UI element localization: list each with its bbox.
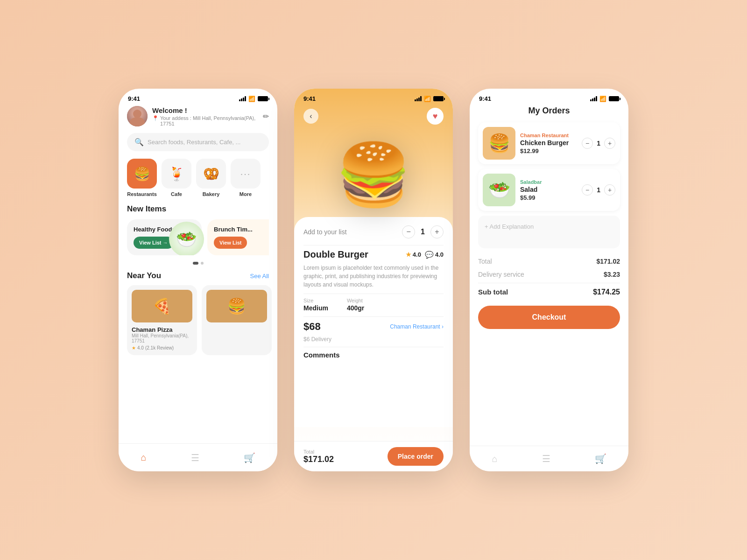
order-salad-plus-btn[interactable]: +	[604, 184, 615, 196]
right-phone-content: My Orders 🍔 Chaman Restaurant Chicken Bu…	[470, 106, 628, 469]
avatar	[127, 106, 148, 126]
order-burger-price: $12.99	[520, 147, 577, 154]
center-bottom-bar: Total $171.02 Place order	[294, 441, 453, 471]
category-restaurants[interactable]: 🍔 Restaurants	[127, 159, 157, 197]
food-card-brunch: Brunch Tim... View List	[207, 219, 269, 255]
total-group: Total $171.02	[303, 449, 334, 464]
restaurant-burger-image: 🍔	[206, 290, 267, 322]
add-to-list-text: Add to your list	[303, 228, 347, 236]
divider-3	[303, 316, 444, 317]
order-summary: Total $171.02 Delivery service $3.23 Sub…	[478, 255, 620, 299]
total-amount: $171.02	[303, 455, 334, 464]
order-burger-minus-btn[interactable]: −	[582, 138, 593, 149]
star-rating-value: 4.0	[413, 251, 421, 258]
see-all-btn[interactable]: See All	[250, 273, 269, 280]
order-salad-price: $5.99	[520, 194, 577, 201]
status-bar-center: 9:41 📶	[294, 89, 453, 104]
restaurant-pizza-location: Mill Hall, Pennsylvania(PA), 17751	[132, 333, 192, 343]
search-bar[interactable]: 🔍 Search foods, Resturants, Cafe, ...	[127, 133, 269, 151]
price-row: $68 Chaman Restaurant ›	[303, 321, 444, 333]
signal-icon-left	[239, 96, 246, 101]
restaurant-card-pizza[interactable]: 🍕 Chaman Pizza Mill Hall, Pennsylvania(P…	[127, 285, 197, 355]
time-right: 9:41	[479, 95, 491, 102]
right-phone: 9:41 📶 My Orders 🍔 Chaman Restaurant Chi…	[470, 89, 628, 471]
edit-icon[interactable]: ✏	[263, 112, 269, 121]
order-salad-image: 🥗	[483, 174, 515, 206]
restaurant-link[interactable]: Chaman Restaurant ›	[390, 323, 444, 330]
rating-value: 4.0	[137, 345, 144, 350]
rating-count: (2.1k Review)	[145, 345, 174, 350]
add-explanation-placeholder: + Add Explanation	[485, 223, 534, 230]
address-text: Your addess : Mill Hall, Pennsylvania(PA…	[160, 115, 269, 126]
qty-number: 1	[421, 228, 425, 236]
order-salad-qty-control: − 1 +	[582, 184, 615, 196]
restaurants-label: Restaurants	[127, 191, 157, 197]
left-phone: 9:41 📶 Welcome ! 📍 Your addess : Mill Ha…	[119, 89, 277, 471]
burger-hero-image: 🍔	[327, 131, 420, 219]
view-list-healthy-btn[interactable]: View List →	[134, 237, 174, 249]
time-left: 9:41	[128, 95, 140, 102]
size-group: Size Medium	[303, 298, 328, 312]
nav-list-right[interactable]: ☰	[542, 453, 550, 464]
nav-home-left[interactable]: ⌂	[141, 452, 146, 463]
burger-hero-area: 🍔	[294, 128, 453, 222]
delivery-info: $6 Delivery	[303, 336, 331, 343]
bottom-nav-left: ⌂ ☰ 🛒	[119, 443, 277, 471]
status-icons-right: 📶	[590, 96, 619, 102]
delivery-summary-value: $3.23	[604, 271, 620, 278]
more-label: More	[240, 191, 252, 197]
order-item-burger: 🍔 Chaman Restaurant Chicken Burger $12.9…	[478, 122, 620, 164]
wifi-icon-left: 📶	[248, 96, 255, 102]
cafe-icon-box: 🍹	[162, 159, 191, 189]
delivery-summary-label: Delivery service	[478, 271, 524, 278]
weight-group: Weight 400gr	[347, 298, 364, 312]
star-icon-center: ★	[406, 251, 411, 258]
nav-cart-right[interactable]: 🛒	[595, 453, 606, 464]
add-explanation-box[interactable]: + Add Explanation	[478, 216, 620, 248]
category-cafe[interactable]: 🍹 Cafe	[162, 159, 191, 197]
restaurant-pizza-image: 🍕	[132, 290, 192, 322]
order-burger-qty-control: − 1 +	[582, 138, 615, 149]
checkout-button[interactable]: Checkout	[478, 306, 620, 329]
order-salad-restaurant: Saladbar	[520, 179, 577, 185]
order-burger-restaurant: Chaman Restaurant	[520, 133, 577, 138]
cafe-label: Cafe	[171, 191, 182, 197]
order-salad-minus-btn[interactable]: −	[582, 184, 593, 196]
favorite-button[interactable]: ♥	[427, 108, 444, 125]
qty-plus-btn[interactable]: +	[430, 225, 444, 238]
healthy-food-image: 🥗	[169, 222, 204, 255]
center-content-panel: Add to your list − 1 + Double Burger ★ 4…	[294, 217, 453, 427]
back-button[interactable]: ‹	[303, 109, 318, 124]
category-more[interactable]: ··· More	[231, 159, 261, 197]
qty-minus-btn[interactable]: −	[402, 225, 415, 238]
order-burger-plus-btn[interactable]: +	[604, 138, 615, 149]
avatar-image	[127, 106, 148, 126]
order-salad-name: Salad	[520, 186, 577, 193]
profile-location: 📍 Your addess : Mill Hall, Pennsylvania(…	[152, 115, 269, 126]
restaurant-card-burger[interactable]: 🍔	[202, 285, 272, 355]
total-row: Total $171.02	[478, 255, 620, 268]
status-icons-center: 📶	[415, 96, 444, 102]
categories-row: 🍔 Restaurants 🍹 Cafe 🥨 Bakery ··· More	[127, 159, 269, 197]
category-bakery[interactable]: 🥨 Bakery	[196, 159, 226, 197]
ratings-group: ★ 4.0 💬 4.0	[406, 251, 444, 259]
battery-icon-left	[258, 96, 268, 101]
welcome-text: Welcome !	[152, 106, 269, 114]
order-burger-info: Chaman Restaurant Chicken Burger $12.99	[520, 133, 577, 154]
profile-row: Welcome ! 📍 Your addess : Mill Hall, Pen…	[127, 106, 269, 126]
burger-title-row: Double Burger ★ 4.0 💬 4.0	[303, 249, 444, 260]
near-you-header: Near You See All	[127, 271, 269, 280]
center-phone-bg: 9:41 📶 ‹ ♥ 🍔 Add to your list −	[294, 89, 453, 471]
near-you-title: Near You	[127, 271, 161, 280]
order-burger-image: 🍔	[483, 127, 515, 160]
place-order-button[interactable]: Place order	[388, 447, 444, 466]
food-card-healthy: Healthy Foods View List → 🥗	[127, 219, 202, 255]
weight-value: 400gr	[347, 304, 364, 312]
nav-cart-left[interactable]: 🛒	[244, 452, 255, 463]
nav-home-right[interactable]: ⌂	[492, 454, 497, 464]
food-cards-row: Healthy Foods View List → 🥗 Brunch Tim..…	[127, 219, 269, 255]
restaurant-cards-row: 🍕 Chaman Pizza Mill Hall, Pennsylvania(P…	[127, 285, 269, 355]
signal-icon-right	[590, 96, 597, 101]
nav-list-left[interactable]: ☰	[191, 452, 199, 463]
view-list-brunch-btn[interactable]: View List	[214, 237, 247, 249]
